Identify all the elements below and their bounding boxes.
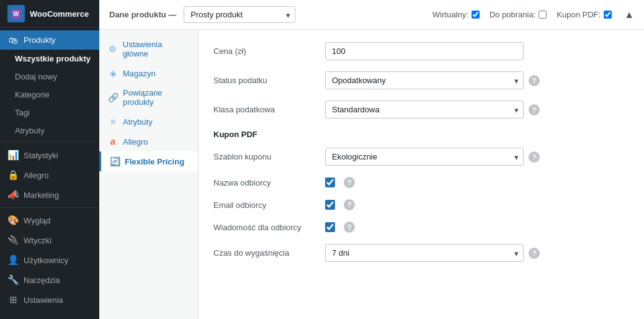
produkty-icon: 🛍 (7, 35, 19, 45)
czas-select[interactable]: 7 dni 14 dni 30 dni 60 dni 90 dni (325, 244, 524, 262)
klasa-help-icon[interactable]: ? (529, 104, 540, 115)
cena-input[interactable] (325, 42, 524, 60)
store-icon: ◈ (108, 68, 118, 78)
kupon-section-title: Kupon PDF (213, 130, 629, 139)
nazwa-help-icon[interactable]: ? (344, 177, 355, 188)
kategorie-label: Kategorie (15, 90, 50, 99)
sidebar-nav: 🛍 Produkty Wszystkie produkty Dodaj nowy… (0, 28, 99, 312)
attr-icon: ≡ (108, 117, 118, 127)
status-label: Status podatku (213, 76, 325, 85)
main-area: Dane produktu — Prosty produkt Produkt z… (99, 0, 644, 319)
email-checkbox-field: ? (325, 199, 355, 210)
sidebar-logo: W WooCommerce (0, 0, 99, 28)
sidebar-item-wtyczki[interactable]: 🔌 Wtyczki (0, 230, 99, 250)
pdf-checkbox-group: Kupon PDF: (557, 10, 612, 19)
sidenav-item-flexible[interactable]: 🔄 Flexible Pricing (99, 151, 198, 171)
szablon-field-row: Szablon kuponu Ekologicznie Klasyczny No… (213, 148, 629, 166)
klasa-select[interactable]: Standardowa Zredukowana Zerowa (325, 101, 524, 119)
sidebar-item-tagi[interactable]: Tagi (0, 104, 99, 122)
sidebar-item-allegro[interactable]: 🔒 Allegro (0, 165, 99, 185)
sidebar-item-statystyki[interactable]: 📊 Statystyki (0, 145, 99, 165)
statystyki-icon: 📊 (7, 150, 19, 161)
sidenav-label-atrybuty: Atrybuty (123, 117, 153, 127)
sidebar-item-narzedzia[interactable]: 🔧 Narzędzia (0, 270, 99, 290)
panel-header-label: Dane produktu — (109, 10, 176, 19)
czas-field-row: Czas do wygaśnięcia 7 dni 14 dni 30 dni … (213, 244, 629, 262)
download-label: Do pobrania: (490, 10, 535, 19)
ustawienia-icon: ⊞ (7, 294, 19, 305)
wszystkie-label: Wszystkie produkty (15, 54, 91, 63)
narzedzia-icon: 🔧 (7, 274, 19, 285)
wtyczki-label: Wtyczki (24, 236, 51, 245)
wiadomosc-label: Wiadomość dla odbiorcy (213, 223, 325, 232)
product-sidenav: ⚙ Ustawienia główne ◈ Magazyn 🔗 Powiązan… (99, 30, 199, 319)
sidebar-item-wszystkie[interactable]: Wszystkie produkty (0, 50, 99, 68)
wiadomosc-field-row: Wiadomość dla odbiorcy ? (213, 222, 629, 233)
sidebar: W WooCommerce 🛍 Produkty Wszystkie produ… (0, 0, 99, 319)
sidebar-item-wyglad[interactable]: 🎨 Wygląd (0, 210, 99, 230)
klasa-field-row: Klasa podatkowa Standardowa Zredukowana … (213, 101, 629, 119)
wiadomosc-help-icon[interactable]: ? (344, 222, 355, 233)
uzytkownicy-icon: 👤 (7, 254, 19, 266)
sidenav-item-powiazane[interactable]: 🔗 Powiązane produkty (99, 83, 198, 112)
status-select[interactable]: Opodatkowany Wysyłka Brak (325, 71, 524, 89)
allegro-label: Allegro (24, 171, 48, 180)
email-label: Email odbiorcy (213, 200, 325, 210)
status-help-icon[interactable]: ? (529, 75, 540, 86)
narzedzia-label: Narzędzia (24, 276, 60, 285)
panel-header: Dane produktu — Prosty produkt Produkt z… (99, 0, 644, 30)
czas-select-wrap: 7 dni 14 dni 30 dni 60 dni 90 dni ▾ (325, 244, 524, 262)
sidenav-label-powiazane: Powiązane produkty (123, 88, 189, 107)
nazwa-checkbox[interactable] (325, 177, 335, 187)
wiadomosc-checkbox-field: ? (325, 222, 355, 233)
czas-help-icon[interactable]: ? (529, 248, 540, 259)
svg-text:W: W (13, 11, 19, 17)
sidenav-item-atrybuty[interactable]: ≡ Atrybuty (99, 112, 198, 132)
allegro-a-icon: a (108, 137, 118, 146)
sidebar-item-atrybuty[interactable]: Atrybuty (0, 122, 99, 140)
download-checkbox[interactable] (539, 11, 547, 19)
marketing-label: Marketing (24, 191, 59, 200)
sidenav-label-ustawienia: Ustawienia główne (123, 40, 189, 58)
status-select-wrap: Opodatkowany Wysyłka Brak ▾ (325, 71, 524, 89)
divider-2 (0, 207, 99, 208)
wtyczki-icon: 🔌 (7, 235, 19, 246)
pdf-checkbox[interactable] (604, 11, 612, 19)
product-content: Cena (zł) Status podatku Opodatkowany Wy… (199, 30, 644, 319)
sidebar-item-label: Produkty (24, 35, 55, 45)
download-checkbox-group: Do pobrania: (490, 10, 547, 19)
klasa-label: Klasa podatkowa (213, 105, 325, 114)
product-data-panel: Dane produktu — Prosty produkt Produkt z… (99, 0, 644, 319)
sidenav-item-magazyn[interactable]: ◈ Magazyn (99, 63, 198, 83)
product-type-select[interactable]: Prosty produkt Produkt zgrupowany Produk… (184, 6, 295, 23)
panel-collapse-button[interactable]: ▲ (624, 9, 634, 20)
virtual-checkbox[interactable] (472, 11, 480, 19)
sidebar-item-dodaj[interactable]: Dodaj nowy (0, 68, 99, 86)
email-checkbox[interactable] (325, 200, 335, 210)
szablon-label: Szablon kuponu (213, 152, 325, 161)
panel-body: ⚙ Ustawienia główne ◈ Magazyn 🔗 Powiązan… (99, 30, 644, 319)
cena-label: Cena (zł) (213, 47, 325, 56)
sidenav-item-ustawienia[interactable]: ⚙ Ustawienia główne (99, 35, 198, 63)
email-help-icon[interactable]: ? (344, 199, 355, 210)
sidebar-item-marketing[interactable]: 📣 Marketing (0, 185, 99, 205)
sidenav-item-allegro[interactable]: a Allegro (99, 132, 198, 151)
atrybuty-label: Atrybuty (15, 126, 45, 135)
cena-field-row: Cena (zł) (213, 42, 629, 60)
wiadomosc-checkbox[interactable] (325, 222, 335, 232)
szablon-select[interactable]: Ekologicznie Klasyczny Nowoczesny (325, 148, 524, 166)
sidebar-item-produkty[interactable]: 🛍 Produkty (0, 30, 99, 50)
nazwa-label: Nazwa odbiorcy (213, 178, 325, 187)
sidenav-label-magazyn: Magazyn (123, 69, 156, 78)
virtual-checkbox-group: Wirtualny: (432, 10, 480, 19)
uzytkownicy-label: Użytkownicy (24, 256, 68, 265)
divider-1 (0, 142, 99, 143)
sidebar-item-uzytkownicy[interactable]: 👤 Użytkownicy (0, 250, 99, 270)
sidebar-item-ustawienia[interactable]: ⊞ Ustawienia (0, 290, 99, 310)
pdf-label: Kupon PDF: (557, 10, 601, 19)
sidebar-item-kategorie[interactable]: Kategorie (0, 86, 99, 104)
szablon-help-icon[interactable]: ? (529, 151, 540, 163)
product-type-select-wrap: Prosty produkt Produkt zgrupowany Produk… (184, 6, 295, 23)
flexible-pricing-icon: 🔄 (110, 156, 120, 166)
czas-label: Czas do wygaśnięcia (213, 248, 325, 258)
